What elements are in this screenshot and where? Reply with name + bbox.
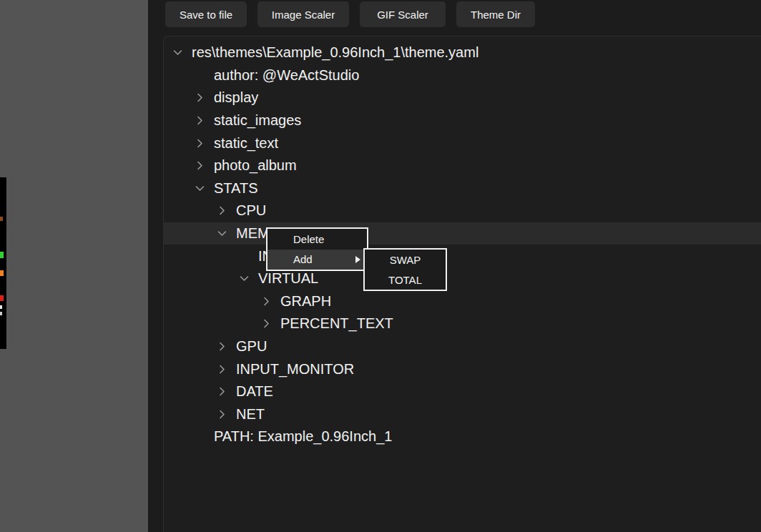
- submenu-item-swap[interactable]: SWAP: [365, 250, 446, 270]
- image-scaler-button[interactable]: Image Scaler: [257, 1, 349, 27]
- preview-pixel: [0, 217, 3, 221]
- context-menu-item-label: Add: [293, 253, 313, 265]
- tree-item-stats[interactable]: STATS: [164, 177, 761, 200]
- chevron-spacer: [238, 250, 250, 262]
- tree-item-label: CPU: [236, 202, 266, 219]
- context-menu-item-label: Delete: [293, 233, 324, 245]
- tree-item-label: author: @WeActStudio: [214, 67, 359, 84]
- save-to-file-button[interactable]: Save to file: [165, 1, 247, 27]
- app-window: Save to file Image Scaler GIF Scaler The…: [0, 0, 761, 532]
- tree-item-label: PERCENT_TEXT: [280, 315, 393, 332]
- tree-item-label: MEM: [236, 225, 270, 242]
- tree-item-label: photo_album: [214, 157, 297, 174]
- chevron-spacer: [194, 69, 206, 82]
- theme-tree-panel: res\themes\Example_0.96Inch_1\theme.yaml…: [163, 36, 761, 532]
- tree-item-cpu[interactable]: CPU: [164, 200, 761, 222]
- preview-pixel: [0, 252, 4, 258]
- context-menu: DeleteAdd: [266, 227, 368, 271]
- tree-item-net[interactable]: NET: [164, 403, 761, 426]
- tree-item-label: NET: [236, 406, 265, 423]
- tree-item-static-images[interactable]: static_images: [164, 109, 761, 132]
- theme-dir-button[interactable]: Theme Dir: [456, 1, 535, 27]
- chevron-right-icon[interactable]: [216, 385, 228, 398]
- chevron-right-icon[interactable]: [216, 363, 228, 375]
- tree-item-label: STATS: [214, 180, 257, 197]
- chevron-right-icon[interactable]: [216, 340, 228, 353]
- tree-item-in[interactable]: IN: [164, 245, 761, 267]
- chevron-right-icon[interactable]: [194, 159, 206, 172]
- tree-item-mem[interactable]: MEM: [164, 222, 761, 245]
- tree-item-res-themes-example-0-96inch-1-theme-yaml[interactable]: res\themes\Example_0.96Inch_1\theme.yaml: [164, 41, 761, 64]
- submenu-arrow-icon: [355, 256, 360, 263]
- tree-item-label: GPU: [236, 338, 267, 355]
- tree-item-static-text[interactable]: static_text: [164, 132, 761, 154]
- tree-item-label: static_text: [214, 135, 278, 152]
- chevron-down-icon[interactable]: [216, 227, 228, 240]
- chevron-down-icon[interactable]: [172, 46, 184, 59]
- preview-pixel: [0, 295, 4, 301]
- gif-scaler-button[interactable]: GIF Scaler: [360, 1, 446, 27]
- add-submenu: SWAPTOTAL: [363, 248, 447, 291]
- tree-item-date[interactable]: DATE: [164, 380, 761, 403]
- tree-item-photo-album[interactable]: photo_album: [164, 154, 761, 177]
- chevron-down-icon[interactable]: [194, 182, 206, 194]
- tree-item-gpu[interactable]: GPU: [164, 335, 761, 358]
- chevron-right-icon[interactable]: [194, 137, 206, 149]
- context-menu-item-add[interactable]: Add: [267, 250, 367, 270]
- tree-item-percent-text[interactable]: PERCENT_TEXT: [164, 312, 761, 335]
- theme-preview-thumbnail[interactable]: [0, 177, 6, 349]
- theme-tree: res\themes\Example_0.96Inch_1\theme.yaml…: [164, 41, 761, 448]
- tree-item-label: res\themes\Example_0.96Inch_1\theme.yaml: [192, 44, 478, 61]
- tree-item-label: display: [214, 89, 258, 106]
- submenu-item-total[interactable]: TOTAL: [365, 270, 446, 290]
- chevron-right-icon[interactable]: [260, 295, 273, 307]
- tree-item-label: static_images: [214, 112, 301, 129]
- chevron-right-icon[interactable]: [216, 408, 228, 420]
- preview-pixel: [0, 270, 4, 276]
- preview-pixel: [0, 305, 2, 309]
- chevron-right-icon[interactable]: [194, 92, 206, 104]
- chevron-right-icon[interactable]: [194, 114, 206, 127]
- tree-item-label: GRAPH: [280, 293, 331, 310]
- tree-item-label: INPUT_MONITOR: [236, 361, 354, 378]
- chevron-down-icon[interactable]: [238, 272, 250, 285]
- editor-panel: Save to file Image Scaler GIF Scaler The…: [148, 0, 761, 532]
- tree-item-label: VIRTUAL: [258, 270, 318, 287]
- preview-pixel: [0, 312, 2, 315]
- tree-item-display[interactable]: display: [164, 87, 761, 109]
- tree-item-label: PATH: Example_0.96Inch_1: [214, 428, 392, 445]
- left-gray-panel: [0, 0, 148, 532]
- tree-item-path-example-0-96inch-1[interactable]: PATH: Example_0.96Inch_1: [164, 425, 761, 448]
- tree-item-graph[interactable]: GRAPH: [164, 290, 761, 313]
- toolbar: Save to file Image Scaler GIF Scaler The…: [165, 1, 535, 27]
- tree-item-virtual[interactable]: VIRTUAL: [164, 267, 761, 290]
- chevron-right-icon[interactable]: [260, 317, 273, 330]
- chevron-right-icon[interactable]: [216, 205, 228, 217]
- tree-item-label: DATE: [236, 383, 273, 400]
- context-menu-item-delete[interactable]: Delete: [267, 229, 367, 250]
- tree-item-author-weactstudio[interactable]: author: @WeActStudio: [164, 64, 761, 87]
- chevron-spacer: [194, 430, 206, 443]
- tree-item-input-monitor[interactable]: INPUT_MONITOR: [164, 358, 761, 380]
